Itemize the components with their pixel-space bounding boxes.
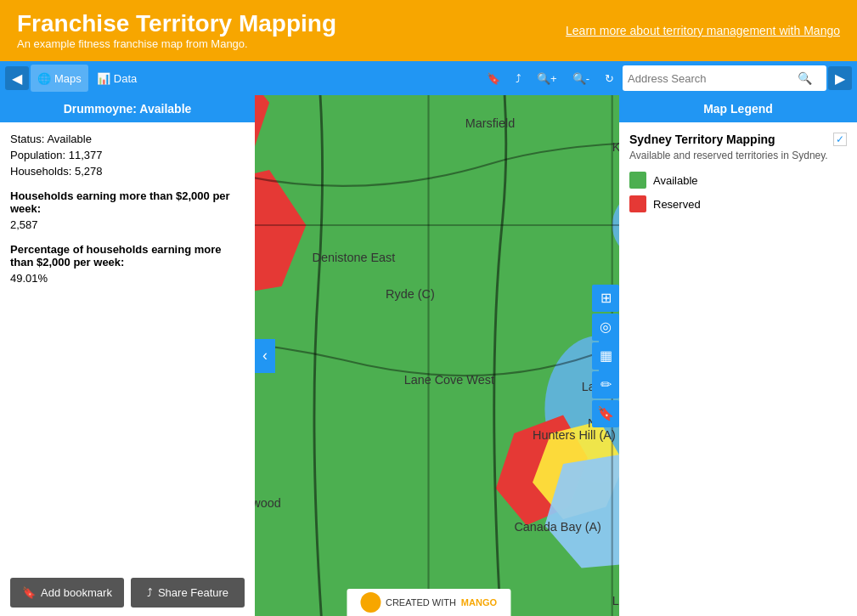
search-submit-button[interactable]: 🔍: [798, 71, 812, 85]
header-cta[interactable]: Learn more about territory management wi…: [566, 23, 840, 38]
reserved-color-swatch: [629, 195, 646, 212]
status-section: Status: Available Population: 11,377 Hou…: [10, 133, 245, 178]
status-label: Status:: [10, 133, 44, 145]
population-row: Population: 11,377: [10, 149, 245, 161]
nav-forward-button[interactable]: ▶: [828, 66, 852, 90]
bookmark-button[interactable]: 🔖: [480, 65, 507, 92]
pct-header: Percentage of households earning more th…: [10, 243, 222, 268]
households-row: Households: 5,278: [10, 165, 245, 178]
income-section: Households earning more than $2,000 per …: [10, 189, 245, 231]
data-tab[interactable]: 📊 Data: [90, 65, 144, 92]
legend-item-reserved: Reserved: [629, 195, 847, 212]
zoom-in-button[interactable]: 🔍+: [530, 65, 564, 92]
location-tool-button[interactable]: ◎: [592, 314, 619, 341]
left-panel-content: Status: Available Population: 11,377 Hou…: [0, 122, 255, 569]
maps-tab[interactable]: 🌐 Maps: [31, 65, 88, 92]
layers-tool-button[interactable]: ⊞: [592, 285, 619, 312]
left-info-panel: Drummoyne: Available Status: Available P…: [0, 95, 255, 616]
refresh-icon: ↻: [605, 72, 614, 85]
legend-panel-content: Sydney Territory Mapping Available and r…: [619, 122, 857, 616]
legend-item-available: Available: [629, 172, 847, 189]
svg-text:Denistone East: Denistone East: [313, 251, 396, 264]
globe-icon: 🌐: [37, 72, 51, 85]
legend-panel-title: Map Legend: [619, 95, 857, 122]
toolbar: ◀ 🌐 Maps 📊 Data 🔖 ⤴ 🔍+ 🔍- ↻ 🔍 ▶: [0, 61, 857, 95]
left-panel-footer: 🔖 Add bookmark ⤴ Share Feature: [0, 569, 255, 616]
draw-tool-button[interactable]: ✏: [592, 371, 619, 398]
svg-text:Ryde (C): Ryde (C): [386, 287, 435, 301]
available-label: Available: [653, 174, 698, 187]
nav-back-button[interactable]: ◀: [5, 66, 29, 90]
app-title: Franchise Territory Mapping: [17, 11, 336, 37]
bookmark-tool-button[interactable]: 🔖: [592, 400, 619, 427]
map-nav-left-button[interactable]: ‹: [255, 339, 275, 373]
households-value: 5,278: [75, 165, 103, 178]
zoom-in-icon: 🔍+: [537, 72, 557, 85]
legend-subtitle: Available and reserved territories in Sy…: [629, 150, 828, 161]
map-tools-panel: ⊞ ◎ ▦ ✏ 🔖: [592, 285, 619, 427]
share-feature-button[interactable]: ⤴ Share Feature: [131, 578, 245, 608]
zoom-out-button[interactable]: 🔍-: [566, 65, 596, 92]
bookmark-btn-icon: 🔖: [22, 586, 36, 599]
status-value: Available: [47, 133, 92, 145]
legend-checkbox[interactable]: ✓: [833, 133, 847, 146]
main-content: North Rock Parramatta (C) Ryde (C) Ryde …: [0, 95, 857, 616]
footer-brand: MANGO: [461, 597, 497, 608]
svg-text:Lane Cove West: Lane Cove West: [404, 373, 494, 387]
search-container: 🔍: [623, 65, 826, 91]
legend-panel: Map Legend Sydney Territory Mapping Avai…: [619, 95, 857, 616]
data-icon: 📊: [97, 72, 110, 85]
app-header: Franchise Territory Mapping An example f…: [0, 0, 857, 61]
income-header: Households earning more than $2,000 per …: [10, 189, 230, 215]
pct-section: Percentage of households earning more th…: [10, 243, 245, 285]
available-color-swatch: [629, 172, 646, 189]
pct-value: 49.01%: [10, 272, 245, 285]
population-label: Population:: [10, 149, 65, 161]
share-button[interactable]: ⤴: [509, 65, 528, 92]
search-input[interactable]: [628, 72, 798, 85]
zoom-out-icon: 🔍-: [572, 72, 589, 85]
cta-link[interactable]: Learn more about territory management wi…: [566, 24, 840, 37]
status-row: Status: Available: [10, 133, 245, 145]
refresh-button[interactable]: ↻: [598, 65, 621, 92]
grid-tool-button[interactable]: ▦: [592, 342, 619, 370]
households-label: Households:: [10, 165, 71, 178]
share-btn-icon: ⤴: [147, 586, 153, 599]
bookmark-icon: 🔖: [487, 72, 500, 85]
income-value: 2,587: [10, 218, 245, 231]
legend-title: Sydney Territory Mapping: [629, 133, 828, 146]
population-value: 11,377: [69, 149, 103, 161]
left-panel-title: Drummoyne: Available: [0, 95, 255, 122]
mango-footer: CREATED WITH MANGO: [347, 589, 510, 616]
svg-text:Hunters Hill (A): Hunters Hill (A): [533, 428, 616, 442]
svg-text:Canada Bay (A): Canada Bay (A): [514, 520, 601, 534]
share-icon: ⤴: [516, 72, 522, 85]
header-branding: Franchise Territory Mapping An example f…: [17, 11, 336, 50]
svg-text:Marsfield: Marsfield: [465, 116, 515, 130]
reserved-label: Reserved: [653, 198, 701, 211]
app-subtitle: An example fitness franchise map from Ma…: [17, 37, 336, 50]
add-bookmark-button[interactable]: 🔖 Add bookmark: [10, 578, 124, 608]
footer-prefix: CREATED WITH: [386, 597, 456, 608]
